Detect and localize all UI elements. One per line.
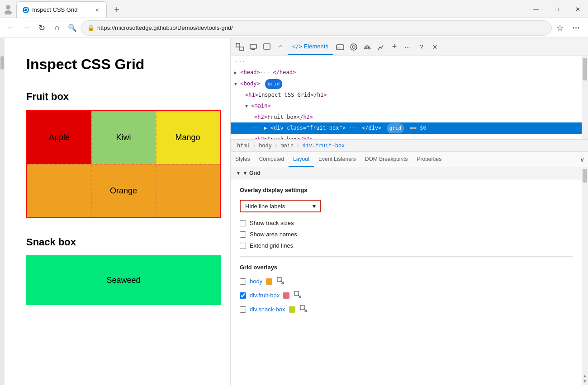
dropdown-arrow-icon: ▾ (313, 202, 316, 210)
snack-box-section: Snack box Seaweed (26, 236, 209, 305)
back-button[interactable]: ← (4, 21, 18, 35)
more-tabs-button[interactable]: ··· (402, 41, 414, 53)
close-devtools-button[interactable]: ✕ (429, 41, 441, 53)
overlay-body-name: body (250, 278, 262, 285)
svg-rect-6 (251, 49, 255, 50)
kiwi-cell: Kiwi (91, 111, 156, 164)
dom-div-fruit-line[interactable]: ··· ▶ <div class="fruit-box"> ··· </div>… (231, 122, 582, 134)
user-avatar (0, 0, 16, 18)
browser-tab[interactable]: Inspect CSS Grid × (16, 1, 107, 18)
svg-rect-5 (250, 44, 256, 49)
close-window-button[interactable]: ✕ (567, 0, 588, 18)
tab-elements[interactable]: </> Elements (288, 39, 333, 55)
more-menu-button[interactable]: ··· (568, 21, 584, 35)
address-bar: ← → ↻ ⌂ 🔍 🔒 https://microsoftedge.github… (0, 18, 588, 38)
show-track-sizes-checkbox[interactable] (240, 220, 246, 226)
dom-h2-snack-line[interactable]: <h2>Snack box</h2> (231, 134, 582, 139)
breadcrumb-main[interactable]: main (278, 141, 296, 150)
tab-styles[interactable]: Styles (231, 152, 255, 167)
breadcrumb-html[interactable]: html (234, 141, 253, 150)
breadcrumb-body[interactable]: body (256, 141, 275, 150)
page-title: Inspect CSS Grid (26, 56, 209, 73)
screencast-button[interactable] (261, 41, 273, 53)
overlay-body-icon[interactable] (277, 277, 284, 286)
fruit-grid: Apple Kiwi Mango Orange (26, 110, 221, 218)
tab-computed[interactable]: Computed (255, 152, 289, 167)
breadcrumb-sep1: › (253, 142, 256, 149)
network-tab-button[interactable] (361, 41, 374, 53)
show-area-names-checkbox[interactable] (240, 231, 246, 238)
svg-point-11 (351, 44, 357, 50)
devtools-toolbar: ⌂ </> Elements >_ + ··· ? ✕ (231, 38, 588, 56)
home-devtools-button[interactable]: ⌂ (274, 41, 287, 53)
svg-point-2 (23, 7, 29, 13)
grid-section-arrow: ▼ (236, 171, 241, 176)
panel-tabs-more[interactable]: ∨ (576, 152, 588, 167)
extend-grid-lines-checkbox[interactable] (240, 243, 246, 249)
snack-box-heading: Snack box (26, 236, 209, 248)
show-area-names-row: Show area names (240, 231, 573, 238)
panel-tabs-bar: Styles Computed Layout Event Listeners D… (231, 152, 588, 167)
breadcrumb-divfruitbox[interactable]: div.fruit-box (299, 141, 347, 150)
overlay-body-checkbox[interactable] (240, 278, 246, 285)
page-scroll-left (0, 38, 5, 385)
device-emulation-button[interactable] (247, 41, 260, 53)
tab-title: Inspect CSS Grid (32, 6, 91, 13)
forward-button[interactable]: → (19, 21, 33, 35)
performance-tab-button[interactable] (375, 41, 387, 53)
tab-properties[interactable]: Properties (413, 152, 446, 167)
overlay-fruit-box-icon[interactable] (294, 291, 301, 300)
console-tab-button[interactable]: >_ (334, 41, 346, 53)
sources-tab-button[interactable] (347, 41, 360, 53)
home-button[interactable]: ⌂ (50, 21, 64, 35)
page-content: Inspect CSS Grid Fruit box Apple Kiwi (5, 38, 230, 385)
maximize-button[interactable]: □ (546, 0, 567, 18)
dom-body-line[interactable]: ▼ <body> grid (231, 78, 582, 89)
breadcrumb-sep2: › (275, 142, 278, 149)
dom-ellipsis: ··· (231, 56, 582, 67)
inspect-element-button[interactable] (233, 41, 246, 53)
overlay-snack-box-icon[interactable] (300, 305, 307, 314)
svg-text:>_: >_ (337, 46, 341, 50)
overlay-fruit-box-swatch (283, 292, 289, 299)
orange-cell: Orange (27, 164, 220, 217)
dom-scrollbar[interactable] (582, 56, 588, 139)
dom-h2-fruit-line[interactable]: <h2>Fruit box</h2> (231, 112, 582, 122)
body-grid-badge: grid (265, 79, 283, 89)
reload-button[interactable]: ↻ (34, 21, 49, 35)
dom-tree: ··· ▶ <head>··· </head> ▼ <body> grid <h… (231, 56, 582, 139)
fruit-grid-badge: grid (387, 123, 404, 133)
overlay-body-swatch (266, 278, 272, 285)
breadcrumb-sep3: › (296, 142, 299, 149)
svg-rect-4 (240, 47, 243, 51)
star-button[interactable]: ☆ (553, 21, 567, 35)
tab-close-button[interactable]: × (94, 5, 101, 14)
layout-scrollbar[interactable]: ▲ ▼ (582, 167, 588, 385)
add-tab-button[interactable]: + (388, 41, 401, 53)
overlay-fruit-box-checkbox[interactable] (240, 292, 246, 299)
dom-main-line[interactable]: ▼ <main> (231, 100, 582, 112)
window-controls: — □ ✕ (526, 0, 588, 18)
search-button[interactable]: 🔍 (65, 21, 80, 35)
url-text: https://microsoftedge.github.io/Demos/de… (97, 24, 545, 31)
fruit-box-heading: Fruit box (26, 91, 209, 103)
tab-layout[interactable]: Layout (289, 152, 314, 167)
line-labels-dropdown[interactable]: Hide line labels ▾ (240, 200, 321, 212)
grid-section-header[interactable]: ▼ ▼ Grid (231, 167, 582, 179)
overlay-snack-box-checkbox[interactable] (240, 306, 246, 313)
minimize-button[interactable]: — (526, 0, 546, 18)
dom-h1-line[interactable]: <h1>Inspect CSS Grid</h1> (231, 89, 582, 100)
overlay-settings-label: Overlay display settings (240, 187, 573, 193)
dom-head-line[interactable]: ▶ <head>··· </head> (231, 67, 582, 78)
new-tab-button[interactable]: + (109, 1, 125, 18)
tab-event-listeners[interactable]: Event Listeners (314, 152, 360, 167)
tab-dom-breakpoints[interactable]: DOM Breakpoints (360, 152, 413, 167)
svg-point-1 (5, 10, 12, 14)
help-button[interactable]: ? (415, 41, 428, 53)
overlay-fruit-box-row: div.fruit-box (240, 291, 573, 300)
show-track-sizes-row: Show track sizes (240, 220, 573, 226)
dropdown-value: Hide line labels (245, 203, 309, 210)
url-field[interactable]: 🔒 https://microsoftedge.github.io/Demos/… (81, 20, 552, 36)
grid-overlays-label: Grid overlays (240, 264, 573, 271)
svg-rect-3 (236, 43, 240, 47)
